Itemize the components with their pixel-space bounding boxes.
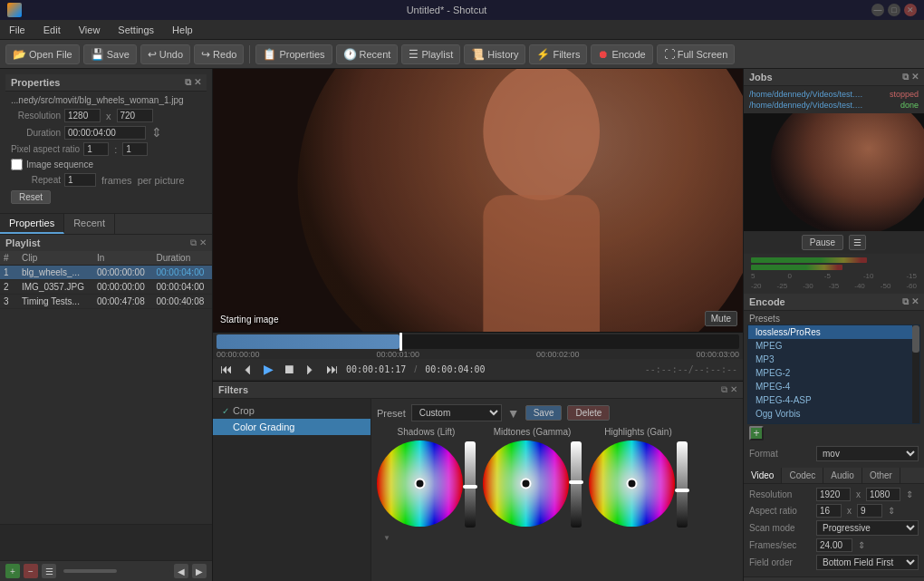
properties-close-icon[interactable]: ✕ xyxy=(194,77,201,88)
transport-skip-forward[interactable]: ⏭ xyxy=(324,362,341,376)
encode-aspect-w[interactable] xyxy=(816,504,842,518)
menu-help[interactable]: Help xyxy=(168,23,197,37)
preset-psp[interactable]: Sony-PSP xyxy=(748,421,912,423)
encode-res-w[interactable] xyxy=(816,488,851,501)
aspect-val1-input[interactable] xyxy=(83,142,109,156)
filter-item-color-grading[interactable]: ✓ Color Grading xyxy=(213,419,371,435)
transport-step-back[interactable]: ⏴ xyxy=(240,362,256,376)
encode-float-icon[interactable]: ⧉ xyxy=(902,296,909,307)
presets-scrollbar[interactable] xyxy=(912,325,919,423)
history-button[interactable]: 📜 History xyxy=(464,44,525,64)
filters-close-icon[interactable]: ✕ xyxy=(730,384,737,395)
playlist-menu-button[interactable]: ☰ xyxy=(42,564,56,578)
preset-mp3[interactable]: MP3 xyxy=(748,353,912,366)
tab-recent[interactable]: Recent xyxy=(64,214,115,234)
field-order-select[interactable]: Bottom Field First Top Field First xyxy=(816,555,919,570)
transport-skip-back[interactable]: ⏮ xyxy=(218,362,235,376)
shadows-color-wheel[interactable] xyxy=(377,441,463,527)
playlist-close-icon[interactable]: ✕ xyxy=(199,237,207,248)
frames-sec-input[interactable] xyxy=(816,538,852,552)
highlights-slider[interactable] xyxy=(677,441,688,528)
undo-button[interactable]: ↩ Undo xyxy=(140,44,190,64)
playlist-scrollbar[interactable] xyxy=(63,569,170,573)
encode-close-icon[interactable]: ✕ xyxy=(911,296,919,307)
save-preset-button[interactable]: Save xyxy=(525,405,563,421)
playlist-button[interactable]: ☰ Playlist xyxy=(401,44,460,64)
mute-button[interactable]: Mute xyxy=(705,311,737,326)
tab-properties[interactable]: Properties xyxy=(0,214,64,234)
table-row[interactable]: 3 Timing Tests... 00:00:47:08 00:00:40:0… xyxy=(0,295,212,309)
open-file-button[interactable]: 📂 Open File xyxy=(5,44,80,64)
preset-lossless[interactable]: lossless/ProRes xyxy=(748,325,912,339)
encode-res-spinner[interactable]: ⇕ xyxy=(906,489,913,499)
table-row[interactable]: 2 IMG_0357.JPG 00:00:00:00 00:00:04:00 xyxy=(0,280,212,295)
jobs-float-icon[interactable]: ⧉ xyxy=(902,72,909,82)
properties-float-icon[interactable]: ⧉ xyxy=(185,77,191,88)
aspect-val2-input[interactable] xyxy=(122,142,148,156)
pause-button[interactable]: Pause xyxy=(802,235,843,250)
redo-button[interactable]: ↪ Redo xyxy=(194,44,244,64)
playlist-scroll-left[interactable]: ◀ xyxy=(174,564,188,578)
menu-file[interactable]: File xyxy=(5,23,29,37)
scan-mode-select[interactable]: Progressive Interlaced xyxy=(816,520,919,536)
transport-stop[interactable]: ⏹ xyxy=(281,362,297,376)
encode-res-h[interactable] xyxy=(866,488,900,501)
preset-select[interactable]: Custom xyxy=(411,404,502,421)
delete-preset-button[interactable]: Delete xyxy=(567,405,610,421)
scrubber-handle[interactable] xyxy=(399,333,402,351)
frames-sec-spinner[interactable]: ⇕ xyxy=(858,540,865,550)
encode-tab-other[interactable]: Other xyxy=(862,468,900,483)
format-select[interactable]: mov xyxy=(816,446,919,461)
filters-button[interactable]: ⚡ Filters xyxy=(529,44,587,64)
playlist-add-button[interactable]: + xyxy=(5,564,20,578)
preset-mpeg2[interactable]: MPEG-2 xyxy=(748,366,912,380)
scrubber-bar[interactable] xyxy=(217,334,739,349)
vu-labels-2: -20 -25 -30 -35 -40 -50 -60 xyxy=(751,282,917,290)
highlights-color-wheel[interactable] xyxy=(589,441,675,527)
add-preset-button[interactable]: + xyxy=(749,426,764,441)
maximize-button[interactable]: □ xyxy=(888,4,900,16)
recent-button[interactable]: 🕐 Recent xyxy=(336,44,399,64)
preset-mpeg4-asp[interactable]: MPEG-4-ASP xyxy=(748,393,912,407)
preset-dropdown-icon[interactable]: ▼ xyxy=(507,406,520,421)
presets-scroll[interactable]: lossless/ProRes MPEG MP3 MPEG-2 MPEG-4 M… xyxy=(748,325,912,423)
transport-play[interactable]: ▶ xyxy=(262,362,275,376)
preset-mpeg[interactable]: MPEG xyxy=(748,339,912,353)
properties-button[interactable]: 📋 Properties xyxy=(255,44,332,64)
transport-step-forward[interactable]: ⏵ xyxy=(303,362,319,376)
fullscreen-button[interactable]: ⛶ Full Screen xyxy=(657,44,736,64)
preset-ogg[interactable]: Ogg Vorbis xyxy=(748,407,912,421)
encode-aspect-h[interactable] xyxy=(857,504,882,518)
resolution-width-input[interactable] xyxy=(64,109,101,122)
image-sequence-checkbox[interactable] xyxy=(11,159,23,170)
midtones-color-wheel[interactable] xyxy=(483,441,569,527)
reset-button[interactable]: Reset xyxy=(11,190,51,204)
menu-view[interactable]: View xyxy=(75,23,104,37)
shadows-slider[interactable] xyxy=(465,441,476,528)
duration-input[interactable] xyxy=(64,126,146,140)
encode-button[interactable]: ⏺ Encode xyxy=(591,44,652,64)
playlist-scroll-right[interactable]: ▶ xyxy=(192,564,207,578)
close-button[interactable]: ✕ xyxy=(904,4,917,16)
filter-item-crop[interactable]: ✓ Crop xyxy=(213,402,371,419)
preview-menu-button[interactable]: ☰ xyxy=(849,235,866,250)
encode-aspect-spinner[interactable]: ⇕ xyxy=(888,506,895,516)
midtones-slider[interactable] xyxy=(571,441,582,528)
jobs-close-icon[interactable]: ✕ xyxy=(911,72,919,82)
encode-tab-audio[interactable]: Audio xyxy=(823,468,862,483)
vu-label-10n: -10 xyxy=(863,272,874,280)
encode-tab-video[interactable]: Video xyxy=(744,468,782,483)
preset-mpeg4[interactable]: MPEG-4 xyxy=(748,380,912,393)
menu-settings[interactable]: Settings xyxy=(114,23,158,37)
table-row[interactable]: 1 blg_wheels_... 00:00:00:00 00:00:04:00 xyxy=(0,266,212,280)
playlist-remove-button[interactable]: − xyxy=(24,564,38,578)
encode-tab-codec[interactable]: Codec xyxy=(782,468,823,483)
minimize-button[interactable]: — xyxy=(871,4,884,16)
playlist-float-icon[interactable]: ⧉ xyxy=(190,237,197,248)
save-button[interactable]: 💾 Save xyxy=(83,44,137,64)
filters-float-icon[interactable]: ⧉ xyxy=(721,384,727,395)
resolution-height-input[interactable] xyxy=(117,109,153,122)
repeat-value-input[interactable] xyxy=(64,173,96,187)
menu-edit[interactable]: Edit xyxy=(40,23,64,37)
duration-spinner[interactable]: ⇕ xyxy=(151,125,162,140)
